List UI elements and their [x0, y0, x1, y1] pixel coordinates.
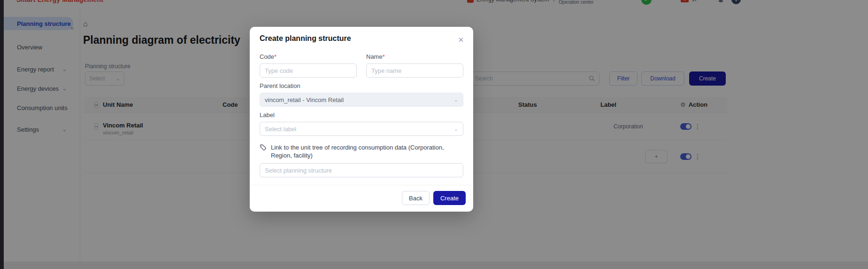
create-button[interactable]: Create [433, 191, 466, 205]
parent-location-select[interactable]: vincom_retail - Vincom Retail ⌄ [260, 93, 463, 107]
chevron-down-icon: ⌄ [454, 126, 458, 132]
label-placeholder: Select label [265, 126, 296, 133]
label-label: Label [260, 111, 463, 119]
chevron-down-icon: ⌄ [454, 97, 458, 103]
back-button[interactable]: Back [402, 191, 430, 205]
required-mark: * [274, 53, 277, 60]
link-unit-tree-text: Link to the unit tree of recording consu… [271, 143, 458, 159]
create-planning-structure-modal: Create planning structure ✕ Code* Name* … [250, 27, 473, 212]
link-unit-tree-row: Link to the unit tree of recording consu… [260, 143, 463, 159]
planning-structure-field[interactable] [260, 163, 463, 177]
tag-icon [260, 144, 267, 151]
name-label: Name* [366, 53, 463, 60]
modal-title: Create planning structure [260, 34, 463, 43]
label-select[interactable]: Select label ⌄ [260, 122, 463, 136]
code-field[interactable] [260, 63, 357, 78]
required-mark: * [383, 53, 385, 60]
close-icon[interactable]: ✕ [455, 34, 467, 46]
name-field[interactable] [366, 63, 463, 78]
parent-location-value: vincom_retail - Vincom Retail [265, 96, 344, 103]
parent-location-label: Parent location [260, 82, 463, 89]
code-label: Code* [260, 53, 357, 60]
modal-footer: Back Create [250, 185, 473, 207]
